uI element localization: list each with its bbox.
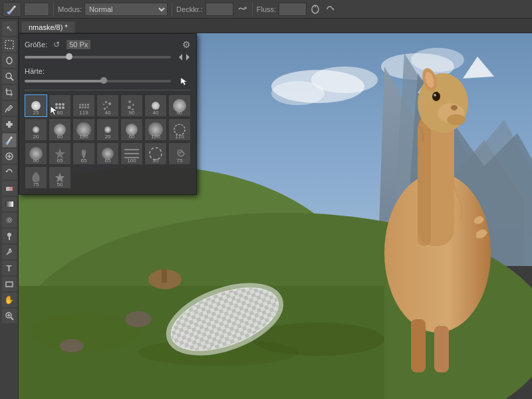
active-tab[interactable]: nmaske/8) *	[21, 21, 75, 33]
brush-preset-4[interactable]: 40	[96, 94, 119, 117]
zoom-btn[interactable]	[2, 309, 17, 323]
svg-point-67	[447, 114, 466, 125]
brush-preset-1[interactable]: 25	[25, 94, 47, 117]
text-btn[interactable]: T	[2, 261, 17, 275]
quick-select-btn[interactable]	[2, 69, 17, 84]
svg-marker-77	[181, 78, 187, 85]
size-thumb[interactable]	[66, 53, 72, 60]
brush-size-input[interactable]: 50	[24, 3, 49, 16]
modus-select[interactable]: NormalAuflösenHintergrund löschen	[84, 3, 168, 16]
svg-point-24	[8, 219, 11, 221]
svg-point-23	[7, 217, 12, 223]
marquee-tool-btn[interactable]	[2, 37, 17, 52]
brush-preset-21[interactable]: 75	[168, 142, 191, 165]
top-toolbar: 50 Modus: NormalAuflösenHintergrund lösc…	[0, 0, 532, 19]
hand-btn[interactable]: ✋	[2, 293, 17, 307]
brush-preset-3[interactable]: 119	[72, 94, 95, 117]
svg-rect-5	[5, 41, 13, 49]
canvas-container[interactable]: Größe: ↺ 50 Px ⚙	[19, 33, 532, 399]
hardness-slider[interactable]	[25, 80, 171, 82]
brush-preset-5[interactable]: 90	[120, 94, 143, 117]
brush-preset-20[interactable]: 95	[144, 142, 167, 165]
svg-point-42	[411, 48, 464, 72]
svg-point-56	[60, 339, 84, 352]
svg-rect-58	[162, 269, 167, 283]
gradient-btn[interactable]	[2, 197, 17, 211]
tab-bar: nmaske/8) *	[19, 19, 532, 33]
svg-point-69	[434, 94, 436, 96]
airbrush-icon[interactable]	[236, 3, 248, 15]
brush-tool-btn[interactable]	[3, 2, 21, 17]
dodge-btn[interactable]	[2, 229, 17, 243]
fluss-label: Fluss:	[257, 5, 276, 13]
svg-line-30	[11, 317, 13, 320]
eraser-btn[interactable]	[2, 181, 17, 196]
brush-preset-23[interactable]: 50	[49, 166, 71, 189]
svg-point-53	[251, 323, 384, 356]
crop-tool-btn[interactable]	[2, 85, 17, 100]
svg-rect-28	[6, 282, 13, 287]
eyedropper-btn[interactable]	[2, 101, 17, 116]
pen-btn[interactable]	[2, 245, 17, 259]
brush-preset-14[interactable]: 110	[168, 118, 191, 141]
rotation-icon[interactable]	[324, 3, 336, 15]
brush-preset-7[interactable]: 90	[168, 94, 191, 117]
brush-grid: 25 60	[25, 90, 191, 189]
brush-preset-8[interactable]: 20	[25, 118, 47, 141]
hardness-thumb[interactable]	[100, 77, 107, 84]
healing-btn[interactable]	[2, 117, 17, 132]
brush-preset-17[interactable]: 65	[72, 142, 95, 165]
brush-popup: Größe: ↺ 50 Px ⚙	[19, 33, 197, 195]
tablet-pressure-icon[interactable]	[309, 3, 321, 15]
svg-point-27	[9, 249, 11, 251]
brush-preset-19[interactable]: 100	[120, 142, 143, 165]
svg-line-7	[11, 78, 13, 80]
deckr-input[interactable]: 100%	[205, 3, 233, 16]
move-tool-btn[interactable]: ↖	[2, 21, 17, 36]
svg-marker-19	[5, 171, 8, 172]
svg-point-25	[7, 233, 11, 237]
left-toolbar: ↖	[0, 19, 19, 399]
groesse-label: Größe:	[25, 41, 47, 49]
brush-settings-icon[interactable]: ⚙	[182, 39, 191, 50]
brush-preset-18[interactable]: 65	[96, 142, 119, 165]
brush-preset-2[interactable]: 60	[49, 94, 71, 117]
brush-preset-11[interactable]: 20	[96, 118, 119, 141]
brush-preset-16[interactable]: 65	[49, 142, 71, 165]
brush-preset-22[interactable]: 75	[25, 166, 47, 189]
svg-point-6	[6, 73, 11, 78]
reset-size-btn[interactable]: ↺	[51, 39, 62, 50]
svg-rect-21	[9, 187, 13, 191]
groesse-value: 50 Px	[66, 39, 91, 50]
fluss-input[interactable]: 100%	[279, 3, 307, 16]
canvas-area[interactable]: nmaske/8) *	[19, 19, 532, 399]
brush-preset-6[interactable]: 40	[144, 94, 167, 117]
size-slider[interactable]	[25, 56, 171, 59]
svg-point-40	[271, 81, 325, 105]
svg-marker-76	[186, 54, 190, 61]
lasso-tool-btn[interactable]	[2, 53, 17, 68]
svg-point-70	[451, 105, 458, 110]
svg-point-54	[125, 311, 152, 327]
brush-preset-12[interactable]: 60	[120, 118, 143, 141]
svg-rect-64	[418, 113, 431, 246]
brush-tool-btn-left[interactable]	[2, 133, 17, 148]
svg-point-15	[5, 142, 7, 144]
blur-btn[interactable]	[2, 213, 17, 227]
clone-btn[interactable]	[2, 149, 17, 164]
haerte-label: Härte:	[25, 67, 45, 75]
brush-preset-9[interactable]: 60	[49, 118, 71, 141]
history-brush-btn[interactable]	[2, 165, 17, 180]
brush-preset-10[interactable]: 120	[72, 118, 95, 141]
svg-rect-14	[6, 123, 13, 126]
sep1	[53, 3, 54, 16]
brush-preset-15[interactable]: 90	[25, 142, 47, 165]
svg-rect-73	[411, 319, 426, 372]
shape-btn[interactable]	[2, 277, 17, 291]
svg-line-12	[5, 109, 7, 112]
svg-point-1	[244, 7, 247, 9]
svg-marker-75	[179, 54, 182, 61]
svg-point-51	[32, 313, 138, 352]
deckr-label: Deckkr.:	[176, 5, 203, 13]
brush-preset-13[interactable]: 120	[144, 118, 167, 141]
